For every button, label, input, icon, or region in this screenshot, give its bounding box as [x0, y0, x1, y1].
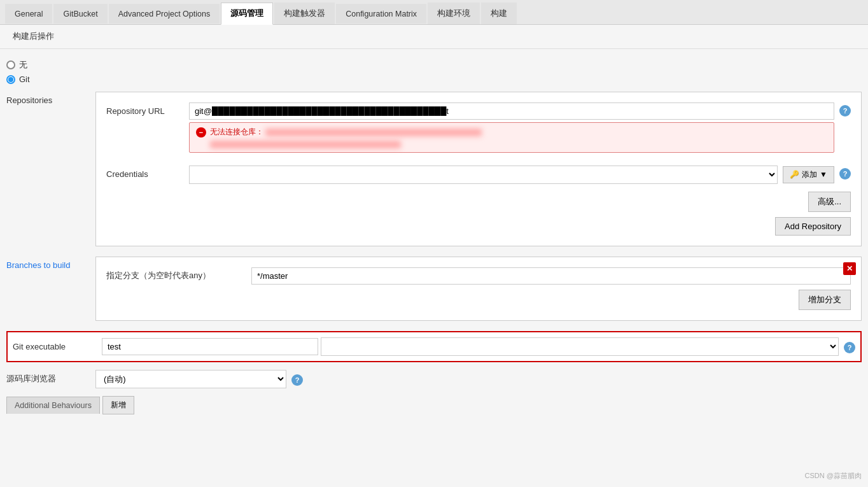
radio-none-circle[interactable]	[6, 60, 15, 69]
tab-source-mgmt[interactable]: 源码管理	[221, 3, 273, 25]
tab-config-matrix[interactable]: Configuration Matrix	[336, 4, 426, 24]
additional-behaviours-bar: Additional Behaviours 新增	[6, 396, 862, 414]
tab-gitbucket[interactable]: GitBucket	[53, 4, 107, 24]
repositories-content: Repository URL − 无法连接仓库： ?	[95, 92, 862, 246]
advanced-btn-row: 高级...	[106, 192, 851, 212]
error-icon: −	[196, 127, 206, 138]
add-credentials-button[interactable]: 🔑 添加 ▼	[783, 166, 834, 183]
branches-section: Branches to build ✕ 指定分支（为空时代表any） 增加分支	[6, 257, 862, 321]
git-executable-row: Git executable ?	[6, 331, 862, 362]
branches-content: ✕ 指定分支（为空时代表any） 增加分支	[95, 257, 862, 321]
radio-none-item[interactable]: 无	[6, 59, 862, 71]
key-icon: 🔑	[790, 170, 799, 179]
repositories-section: Repositories Repository URL − 无法连接仓库：	[6, 92, 862, 246]
page-content: 无 Git Repositories Repository URL − 无法连接…	[0, 49, 868, 487]
new-button[interactable]: 新增	[102, 396, 134, 414]
tab-advanced[interactable]: Advanced Project Options	[109, 4, 220, 24]
branches-label: Branches to build	[6, 257, 95, 270]
error-box: − 无法连接仓库：	[189, 122, 834, 153]
git-executable-select[interactable]	[321, 337, 839, 356]
radio-git-label: Git	[19, 74, 30, 84]
radio-none-label: 无	[19, 59, 27, 71]
credentials-help-icon[interactable]: ?	[839, 168, 851, 180]
sub-tab-post-build[interactable]: 构建后操作	[6, 29, 60, 45]
radio-git-circle[interactable]	[6, 75, 15, 84]
add-branch-btn-row: 增加分支	[106, 290, 851, 310]
tab-general[interactable]: General	[5, 4, 52, 24]
credentials-label: Credentials	[106, 166, 189, 179]
watermark: CSDN @蒜苗腊肉	[805, 471, 862, 481]
branch-field-label: 指定分支（为空时代表any）	[106, 270, 246, 281]
error-text: 无法连接仓库：	[210, 127, 482, 148]
radio-group: 无 Git	[6, 59, 862, 84]
tab-build-env[interactable]: 构建环境	[428, 3, 480, 24]
source-browser-row: 源码库浏览器 (自动) ?	[6, 367, 862, 391]
repositories-label: Repositories	[6, 92, 95, 105]
tab-build-trigger[interactable]: 构建触发器	[274, 3, 335, 24]
branch-row: 指定分支（为空时代表any）	[106, 267, 851, 285]
add-branch-button[interactable]: 增加分支	[799, 290, 851, 310]
source-browser-label: 源码库浏览器	[6, 373, 95, 385]
radio-git-item[interactable]: Git	[6, 74, 862, 84]
tab-build[interactable]: 构建	[481, 3, 517, 24]
additional-behaviours-tab[interactable]: Additional Behaviours	[6, 397, 100, 414]
tabs-bar: General GitBucket Advanced Project Optio…	[0, 0, 868, 25]
git-executable-label: Git executable	[13, 342, 102, 351]
branch-input[interactable]	[251, 267, 851, 285]
source-browser-select[interactable]: (自动)	[95, 370, 286, 388]
advanced-button[interactable]: 高级...	[808, 192, 851, 212]
add-repository-button[interactable]: Add Repository	[775, 217, 851, 236]
repo-url-row: Repository URL − 无法连接仓库： ?	[106, 102, 851, 158]
credentials-select[interactable]	[189, 166, 778, 184]
credentials-row: Credentials 🔑 添加 ▼ ?	[106, 166, 851, 184]
repo-url-input[interactable]	[189, 102, 834, 120]
delete-branch-button[interactable]: ✕	[843, 262, 856, 275]
git-executable-input[interactable]	[102, 338, 318, 355]
sub-tabs-bar: 构建后操作	[0, 25, 868, 49]
source-browser-help-icon[interactable]: ?	[291, 374, 303, 386]
dropdown-arrow-icon: ▼	[820, 170, 827, 179]
git-exec-help-icon[interactable]: ?	[844, 342, 855, 353]
repo-url-label: Repository URL	[106, 102, 189, 116]
repo-url-help-icon[interactable]: ?	[839, 105, 851, 116]
add-repo-btn-row: Add Repository	[106, 217, 851, 236]
